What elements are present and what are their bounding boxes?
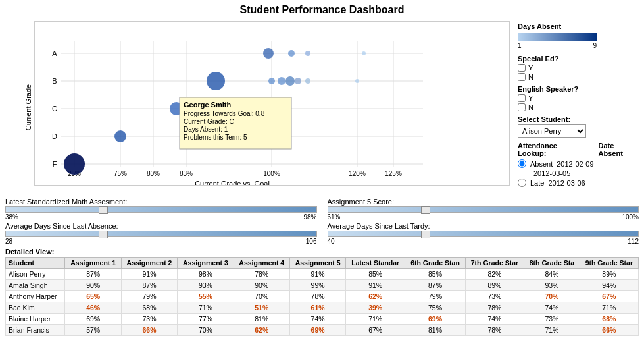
table-cell: Brian Francis [6,325,65,336]
scatter-chart: A B C D F 25% 75% 80% 83% 100% 120% 125% [34,21,510,186]
svg-point-28 [207,72,225,90]
tardy-slider-thumb[interactable] [421,231,430,238]
table-cell: Blaine Harper [6,314,65,325]
table-cell: 91% [289,269,345,280]
table-cell: 55% [178,291,234,302]
absence-slider-thumb[interactable] [99,231,108,238]
table-cell: Amala Singh [6,280,65,291]
svg-text:Days Absent: 1: Days Absent: 1 [184,126,228,133]
english-n-checkbox[interactable] [518,103,526,111]
table-cell: 78% [289,291,345,302]
svg-point-33 [305,78,310,84]
table-cell: 68% [121,302,177,314]
table-cell: 73% [465,291,524,302]
absent-date: 2012-02-09 [557,160,593,168]
svg-point-34 [355,79,359,83]
a5-max: 100% [622,213,639,221]
late-label: Late [530,179,544,187]
math-slider-label: Latest Standardized Math Assesment: [5,198,317,206]
table-cell: 81% [234,314,289,325]
svg-text:George Smith: George Smith [184,101,231,109]
english-speaker-label: English Speaker? [518,85,639,93]
table-cell: 62% [234,325,289,336]
late-date-2: 2012-03-06 [548,179,585,187]
math-slider-thumb[interactable] [99,206,108,214]
col-student: Student [6,258,65,269]
col-a5: Assignment 5 [289,258,345,269]
col-g6: 6th Grade Stan [405,258,466,269]
special-ed-n-checkbox[interactable] [518,73,526,81]
svg-point-24 [263,48,274,59]
special-ed-y-checkbox[interactable] [518,64,526,72]
assignment5-slider-thumb[interactable] [421,206,430,214]
table-cell: 74% [465,314,524,325]
svg-point-29 [268,78,275,84]
svg-point-37 [64,153,85,175]
svg-text:D: D [52,132,57,140]
absence-max: 106 [306,238,317,245]
svg-text:B: B [52,77,57,85]
table-cell: 90% [65,280,121,291]
english-speaker-group: Y N [518,94,639,111]
table-section: Detailed View: Student Assignment 1 Assi… [0,246,644,359]
col-g8: 8th Grade Sta [524,258,580,269]
svg-text:Current Grade: C: Current Grade: C [184,118,234,125]
table-cell: 73% [121,314,177,325]
table-cell: 67% [346,325,405,336]
tardy-slider-label: Average Days Since Last Tardy: [328,222,639,230]
attendance-lookup-label: Attendance Lookup: [518,142,585,157]
student-select[interactable]: Alison Perry Amala Singh Anthony Harper … [518,124,586,138]
table-cell: 89% [580,269,638,280]
svg-text:80%: 80% [147,170,160,177]
table-cell: 70% [178,325,234,336]
assignment5-slider-label: Assignment 5 Score: [328,198,639,206]
table-cell: 94% [580,280,638,291]
col-a4: Assignment 4 [234,258,289,269]
table-cell: 78% [234,269,289,280]
table-cell: 70% [234,291,289,302]
table-cell: 57% [65,325,121,336]
color-bar [518,33,597,41]
table-cell: 84% [524,269,580,280]
english-y-checkbox[interactable] [518,94,526,102]
table-cell: 82% [465,269,524,280]
absence-min: 28 [5,238,12,245]
table-cell: 66% [580,325,638,336]
late-radio[interactable] [518,179,526,187]
svg-point-26 [305,51,310,56]
table-cell: Bae Kim [6,302,65,314]
select-student-label: Select Student: [518,115,639,123]
table-cell: 93% [524,280,580,291]
y-axis-label: Current Grade [24,84,32,130]
svg-text:120%: 120% [349,170,366,177]
table-cell: 62% [346,291,405,302]
a5-min: 61% [328,213,341,221]
absence-slider-label: Average Days Since Last Absence: [5,222,317,230]
col-a3: Assignment 3 [178,258,234,269]
late-date-1: 2012-03-05 [533,169,570,177]
svg-point-36 [114,130,126,142]
svg-point-32 [295,78,301,84]
dashboard: Student Performance Dashboard Current Gr… [0,0,644,359]
table-cell: 79% [121,291,177,302]
table-cell: 71% [580,302,638,314]
table-cell: 93% [178,280,234,291]
table-cell: 74% [524,302,580,314]
page-title: Student Performance Dashboard [0,0,644,18]
table-cell: 85% [346,269,405,280]
table-cell: 70% [524,291,580,302]
svg-point-31 [285,76,295,86]
table-cell: 77% [178,314,234,325]
table-cell: 65% [65,291,121,302]
table-cell: 79% [405,291,466,302]
special-ed-group: Y N [518,64,639,81]
table-cell: 87% [405,280,466,291]
svg-point-27 [362,51,366,55]
table-cell: 74% [289,314,345,325]
table-cell: 71% [346,314,405,325]
absent-radio[interactable] [518,159,526,168]
table-cell: 46% [65,302,121,314]
date-absent-label: Date Absent [599,142,639,157]
tardy-max: 112 [628,238,639,245]
table-cell: 69% [405,314,466,325]
